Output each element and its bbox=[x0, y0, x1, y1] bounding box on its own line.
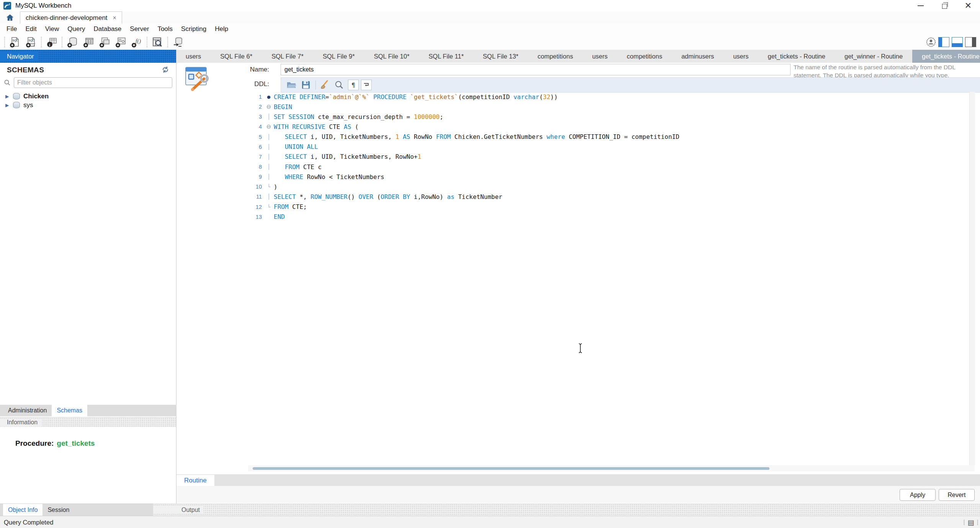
fold-marker-icon[interactable]: ⊖ bbox=[264, 123, 274, 130]
editor-tab-users[interactable]: users bbox=[724, 50, 758, 63]
menu-edit[interactable]: Edit bbox=[21, 24, 41, 34]
indent-guide: │ bbox=[264, 154, 274, 160]
menu-file[interactable]: File bbox=[2, 24, 21, 34]
search-data-icon[interactable] bbox=[150, 35, 164, 49]
editor-tab-sql-file-6[interactable]: SQL File 6* bbox=[211, 50, 262, 63]
schema-filter-row bbox=[4, 77, 172, 88]
minimize-button[interactable] bbox=[909, 0, 933, 11]
revert-button[interactable]: Revert bbox=[939, 489, 975, 501]
editor-tab-get-tickets-routine[interactable]: get_tickets - Routine bbox=[758, 50, 835, 63]
text-cursor bbox=[577, 343, 583, 354]
restore-icon bbox=[942, 4, 947, 9]
indent-guide: │ bbox=[264, 194, 274, 200]
apply-button[interactable]: Apply bbox=[900, 489, 936, 501]
close-button[interactable]: ✕ bbox=[956, 0, 980, 11]
code-line: 5│ SELECT i, UID, TicketNumbers, 1 AS Ro… bbox=[248, 132, 970, 142]
open-sql-script-icon[interactable]: SQL bbox=[24, 35, 38, 49]
editor-tab-get-winner-routine[interactable]: get_winner - Routine bbox=[835, 50, 912, 63]
routine-tab-label: Routine bbox=[184, 477, 207, 484]
schema-icon bbox=[13, 102, 20, 108]
create-function-icon[interactable]: f() bbox=[130, 35, 144, 49]
editor-tab-competitions[interactable]: competitions bbox=[617, 50, 672, 63]
create-view-icon[interactable] bbox=[98, 35, 111, 49]
ddl-toolbar-separator bbox=[315, 80, 316, 90]
sidebar-tab-schemas[interactable]: Schemas bbox=[52, 405, 87, 416]
schema-filter-input[interactable] bbox=[14, 77, 172, 88]
schemas-section-label: SCHEMAS bbox=[7, 66, 44, 74]
sidebar-tab-administration[interactable]: Administration bbox=[3, 405, 52, 416]
schema-sys[interactable]: ▶sys bbox=[0, 101, 176, 109]
editor-tab-sql-file-13[interactable]: SQL File 13* bbox=[473, 50, 528, 63]
editor-tab-label: SQL File 13* bbox=[483, 53, 518, 60]
navigator-header: Navigator bbox=[0, 50, 176, 63]
editor-tab-sql-file-11[interactable]: SQL File 11* bbox=[419, 50, 474, 63]
toggle-bottom-panel[interactable] bbox=[952, 37, 963, 47]
beautify-icon[interactable] bbox=[319, 79, 330, 91]
editor-tab-sql-file-9[interactable]: SQL File 9* bbox=[313, 50, 364, 63]
editor-tab-competitions[interactable]: competitions bbox=[528, 50, 583, 63]
editor-tab-get-tickets-routine[interactable]: get_tickets - Routine× bbox=[912, 50, 980, 63]
create-procedure-icon[interactable] bbox=[114, 35, 127, 49]
create-table-icon[interactable] bbox=[82, 35, 95, 49]
toggle-right-sidebar[interactable] bbox=[965, 37, 976, 47]
menu-database[interactable]: Database bbox=[90, 24, 126, 34]
editor-tab-label: competitions bbox=[537, 53, 573, 60]
line-number: 10 bbox=[248, 184, 264, 190]
svg-text:SQL: SQL bbox=[29, 39, 34, 42]
panel-tab-session[interactable]: Session bbox=[42, 504, 74, 516]
editor-horizontal-scrollbar[interactable] bbox=[248, 465, 975, 471]
editor-tab-sql-file-10[interactable]: SQL File 10* bbox=[364, 50, 419, 63]
find-icon[interactable] bbox=[333, 79, 345, 91]
panel-tab-object-info[interactable]: Object Info bbox=[3, 504, 42, 516]
window-title: MySQL Workbench bbox=[15, 2, 71, 10]
editor-tab-adminusers[interactable]: adminusers bbox=[672, 50, 724, 63]
create-schema-icon[interactable] bbox=[65, 35, 79, 49]
editor-tab-users[interactable]: users bbox=[176, 50, 211, 63]
main-toolbar: SQL SQL i f() bbox=[0, 34, 980, 50]
menu-scripting[interactable]: Scripting bbox=[177, 24, 211, 34]
connection-tab[interactable]: chicken-dinner-development × bbox=[20, 11, 122, 24]
object-type-label: Procedure: bbox=[15, 439, 54, 447]
fold-marker-icon[interactable]: ⊖ bbox=[264, 103, 274, 110]
routine-name-input[interactable] bbox=[281, 64, 791, 75]
name-label: Name: bbox=[238, 66, 269, 73]
navigator-header-label: Navigator bbox=[0, 52, 38, 61]
expand-arrow-icon[interactable]: ▶ bbox=[5, 103, 13, 108]
information-header: Information bbox=[0, 417, 176, 428]
editor-tab-label: users bbox=[733, 53, 748, 60]
line-number: 12 bbox=[248, 204, 264, 210]
open-icon[interactable] bbox=[286, 79, 297, 91]
account-icon[interactable] bbox=[926, 37, 936, 47]
toggle-left-sidebar[interactable] bbox=[938, 37, 949, 47]
menu-tools[interactable]: Tools bbox=[153, 24, 177, 34]
new-sql-tab-icon[interactable]: SQL bbox=[8, 35, 22, 49]
reconnect-dbms-icon[interactable] bbox=[171, 35, 185, 49]
scrollbar-thumb[interactable] bbox=[253, 467, 769, 470]
restore-button[interactable] bbox=[933, 0, 956, 11]
refresh-schemas-icon[interactable] bbox=[162, 66, 169, 73]
show-invisibles-icon[interactable]: ¶ bbox=[348, 80, 359, 90]
menu-server[interactable]: Server bbox=[126, 24, 153, 34]
expand-arrow-icon[interactable]: ▶ bbox=[5, 94, 13, 99]
save-icon[interactable] bbox=[300, 79, 312, 91]
menu-query[interactable]: Query bbox=[63, 24, 89, 34]
schema-chicken[interactable]: ▶Chicken bbox=[0, 92, 176, 101]
sql-code-editor[interactable]: 1●CREATE DEFINER=`admin`@`%` PROCEDURE `… bbox=[248, 92, 970, 222]
output-panel-icon[interactable]: ▤ bbox=[968, 518, 974, 526]
routine-tab[interactable]: Routine bbox=[176, 475, 214, 486]
home-tab[interactable] bbox=[0, 11, 20, 24]
editor-tab-sql-file-7[interactable]: SQL File 7* bbox=[262, 50, 313, 63]
editor-vertical-scrollbar[interactable] bbox=[969, 92, 975, 465]
line-number: 8 bbox=[248, 164, 264, 170]
editor-tab-users[interactable]: users bbox=[583, 50, 617, 63]
wrap-text-icon[interactable] bbox=[361, 80, 372, 90]
menu-view[interactable]: View bbox=[41, 24, 64, 34]
menu-help[interactable]: Help bbox=[211, 24, 232, 34]
inspector-icon[interactable]: i bbox=[45, 35, 59, 49]
tab-close-icon[interactable]: × bbox=[113, 15, 116, 21]
editor-tab-label: adminusers bbox=[681, 53, 714, 60]
code-text: SELECT i, UID, TicketNumbers, 1 AS RowNo… bbox=[274, 133, 679, 140]
code-text: WHERE RowNo < TicketNumbers bbox=[274, 173, 384, 181]
home-icon bbox=[5, 13, 15, 22]
output-header: Output bbox=[153, 504, 980, 516]
